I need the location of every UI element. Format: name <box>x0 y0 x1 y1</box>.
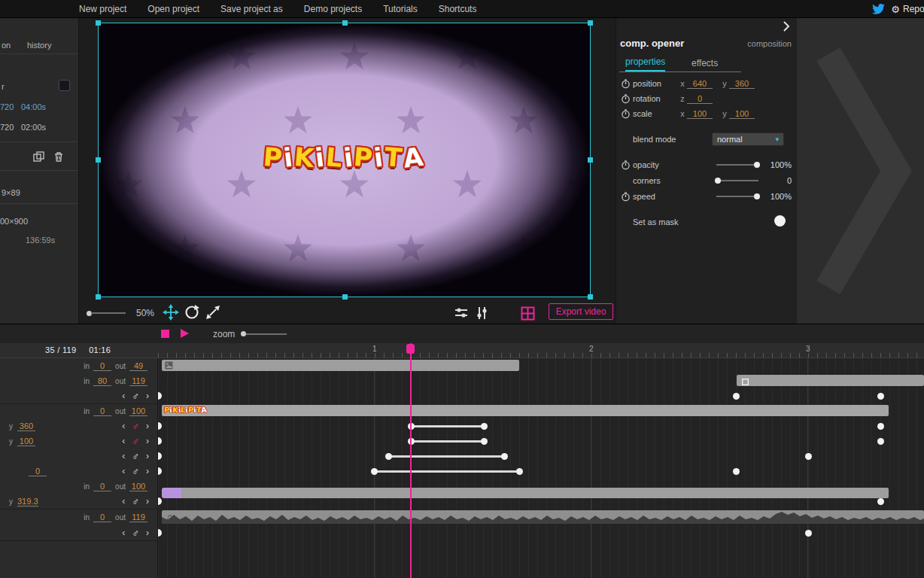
param-field[interactable]: 0 <box>29 467 47 476</box>
timeline-zoom-knob[interactable] <box>241 331 246 336</box>
keyframe-dot[interactable] <box>371 468 378 475</box>
keyframe-dot[interactable] <box>481 438 488 445</box>
play-button[interactable] <box>181 329 189 338</box>
in-field[interactable]: 0 <box>93 482 111 491</box>
corners-slider-knob[interactable] <box>715 178 721 184</box>
keyframe-dot[interactable] <box>805 453 812 460</box>
tab-composition[interactable]: on <box>2 41 11 50</box>
set-as-mask-toggle[interactable] <box>774 215 786 227</box>
keyframe-dot[interactable] <box>385 453 392 460</box>
comp-size-1[interactable]: 720 <box>0 102 14 111</box>
comp-size-2[interactable]: 720 <box>0 123 14 132</box>
menu-demo-projects[interactable]: Demo projects <box>304 4 362 14</box>
stopwatch-icon[interactable] <box>621 109 633 119</box>
scale-y-field[interactable]: 100 <box>729 109 755 119</box>
pikilipita-logo[interactable]: PiKiLiPiTA <box>99 142 590 172</box>
menu-save-project-as[interactable]: Save project as <box>220 4 283 14</box>
position-y-field[interactable]: 360 <box>729 79 755 89</box>
adjust-horizontal-icon[interactable] <box>452 304 470 322</box>
menu-open-project[interactable]: Open project <box>147 4 199 14</box>
corners-slider[interactable] <box>716 180 758 181</box>
duplicate-icon[interactable] <box>33 151 44 164</box>
rotate-tool-icon[interactable] <box>183 303 201 321</box>
keyframe-toggle-icon[interactable]: ♂ <box>132 528 139 539</box>
param-field[interactable]: 360 <box>17 421 35 431</box>
out-field[interactable]: 119 <box>129 376 147 386</box>
keyframe-toggle-icon[interactable]: ♂ <box>132 496 139 507</box>
handle-top-left[interactable] <box>96 20 101 26</box>
track-row-clip3[interactable]: in0 out100 <box>0 479 158 494</box>
keyframe-toggle-icon[interactable]: ♂ <box>132 451 139 462</box>
twitter-icon[interactable] <box>872 4 885 14</box>
composition-stage[interactable]: PiKiLiPiTA <box>98 23 591 297</box>
adjust-vertical-icon[interactable] <box>473 304 491 322</box>
keyframe-dot[interactable] <box>877 423 884 430</box>
comp-duration-2[interactable]: 02:00s <box>21 123 46 132</box>
keyframe-dot[interactable] <box>877 498 884 505</box>
clip-bar-4[interactable] <box>181 488 889 498</box>
stopwatch-icon[interactable] <box>621 192 633 202</box>
prev-keyframe-icon[interactable]: ‹ <box>122 528 125 538</box>
keyframe-dot[interactable] <box>733 468 740 475</box>
handle-top-right[interactable] <box>588 20 593 26</box>
color-swatch[interactable] <box>59 80 70 91</box>
clip-bar-1[interactable] <box>162 360 519 371</box>
keyframe-toggle-icon[interactable]: ♂ <box>132 421 139 432</box>
prev-keyframe-icon[interactable]: ‹ <box>122 391 125 401</box>
opacity-slider[interactable] <box>716 164 758 166</box>
in-field[interactable]: 0 <box>93 361 111 371</box>
position-x-field[interactable]: 640 <box>687 79 713 89</box>
next-keyframe-icon[interactable]: › <box>146 421 149 431</box>
track-row-logo-clip[interactable]: in0 out100 <box>0 403 158 418</box>
opacity-slider-knob[interactable] <box>754 162 760 168</box>
clip-bar-logo[interactable]: PiKiLiPiTA <box>162 405 889 416</box>
keyframe-toggle-icon[interactable]: ♂ <box>132 436 139 447</box>
scale-x-field[interactable]: 100 <box>687 109 713 119</box>
next-keyframe-icon[interactable]: › <box>146 391 149 401</box>
blend-mode-dropdown[interactable]: normal ▼ <box>712 132 784 146</box>
next-keyframe-icon[interactable]: › <box>146 528 149 538</box>
track-row-audio[interactable]: in0 out119 <box>0 509 158 525</box>
handle-bottom-left[interactable] <box>96 294 101 300</box>
next-keyframe-icon[interactable]: › <box>146 451 149 461</box>
playhead-handle[interactable] <box>406 344 415 354</box>
keyframe-dot[interactable] <box>481 423 488 430</box>
param-field[interactable]: 100 <box>17 437 35 446</box>
audio-clip-bar[interactable]: ♫ <box>162 510 924 524</box>
handle-mid-right[interactable] <box>588 157 593 163</box>
keyframe-dot[interactable] <box>877 438 884 445</box>
trash-icon[interactable] <box>53 151 64 164</box>
prev-keyframe-icon[interactable]: ‹ <box>122 451 125 461</box>
menu-tutorials[interactable]: Tutorials <box>383 4 418 14</box>
next-keyframe-icon[interactable]: › <box>146 466 149 476</box>
tab-properties[interactable]: properties <box>625 56 665 71</box>
menu-new-project[interactable]: New project <box>79 4 126 14</box>
tab-history[interactable]: history <box>27 41 51 50</box>
clip-bar-purple-segment[interactable] <box>162 488 181 498</box>
in-field[interactable]: 80 <box>93 376 111 386</box>
stopwatch-icon[interactable] <box>621 79 633 89</box>
asset-dimensions-1[interactable]: 9×89 <box>2 188 20 197</box>
param-field[interactable]: 319.3 <box>17 497 38 507</box>
timeline-zoom-slider[interactable] <box>246 333 287 335</box>
track-row-clip2[interactable]: in80 out119 <box>0 373 158 388</box>
prev-keyframe-icon[interactable]: ‹ <box>122 496 125 507</box>
speed-slider-knob[interactable] <box>754 193 760 199</box>
scale-tool-icon[interactable] <box>204 303 222 321</box>
in-field[interactable]: 0 <box>93 513 111 522</box>
out-field[interactable]: 100 <box>129 406 147 416</box>
report-button[interactable]: ⚙ Report <box>891 4 924 15</box>
handle-bottom-center[interactable] <box>342 294 348 300</box>
prev-keyframe-icon[interactable]: ‹ <box>122 436 125 446</box>
next-keyframe-icon[interactable]: › <box>146 436 149 446</box>
prev-keyframe-icon[interactable]: ‹ <box>122 421 125 431</box>
time-ruler[interactable]: 35 / 119 01:16 1 2 3 <box>0 343 924 358</box>
canvas-zoom-slider[interactable] <box>91 312 126 314</box>
stopwatch-icon[interactable] <box>621 94 633 104</box>
asset-dimensions-2[interactable]: 00×900 <box>0 217 28 226</box>
keyframe-dot[interactable] <box>805 530 812 537</box>
tab-effects[interactable]: effects <box>691 58 718 71</box>
next-keyframe-icon[interactable]: › <box>146 496 149 507</box>
keyframe-dot[interactable] <box>877 393 884 400</box>
keyframe-dot[interactable] <box>501 453 508 460</box>
